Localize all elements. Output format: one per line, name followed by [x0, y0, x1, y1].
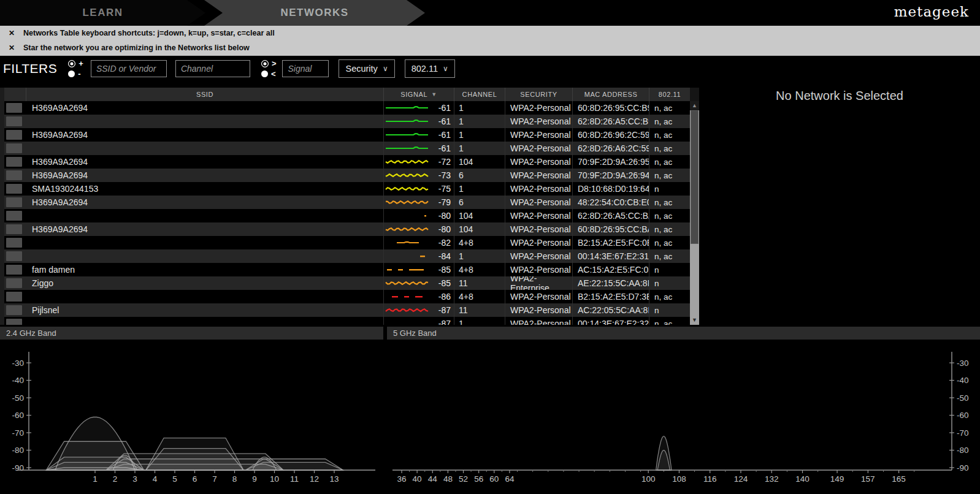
network-row[interactable]: -871WPA2-Personal00:14:3E:67:E2:32n, ac — [4, 317, 690, 325]
signal-filter-input[interactable] — [282, 60, 329, 77]
star-checkbox[interactable] — [6, 305, 22, 315]
dot11-cell: n, ac — [649, 290, 690, 303]
tab-networks-label: NETWORKS — [280, 7, 348, 19]
column-header-ssid[interactable]: SSID — [26, 88, 383, 101]
channel-cell: 4+8 — [454, 236, 505, 249]
svg-text:52: 52 — [459, 474, 468, 484]
security-cell: WPA2-Personal — [505, 290, 572, 303]
column-header-security[interactable]: SECURITY — [505, 88, 572, 101]
ssid-cell — [26, 290, 383, 303]
network-row[interactable]: -824+8WPA2-PersonalB2:15:A2:E5:FC:0En, a… — [4, 236, 690, 249]
security-header-label: SECURITY — [520, 91, 557, 98]
tab-networks[interactable]: NETWORKS — [204, 0, 425, 26]
svg-text:-80: -80 — [957, 446, 969, 455]
star-checkbox[interactable] — [6, 143, 22, 153]
scrollbar-corner — [690, 88, 699, 101]
column-header-signal[interactable]: SIGNAL ▼ — [383, 88, 454, 101]
signal-cell: -80 — [383, 209, 454, 222]
dot11-cell: n, ac — [649, 209, 690, 222]
table-scrollbar[interactable]: ▲ ▼ — [690, 88, 699, 325]
star-checkbox[interactable] — [6, 238, 22, 248]
greater-than-radio[interactable] — [261, 60, 269, 67]
dot11-cell: n, ac — [649, 317, 690, 325]
star-checkbox[interactable] — [6, 265, 22, 275]
star-checkbox[interactable] — [6, 319, 22, 325]
dot11-cell: n, ac — [649, 142, 690, 155]
network-row[interactable]: -80104WPA2-Personal62:8D:26:A5:CC:BAn, a… — [4, 209, 690, 222]
star-checkbox[interactable] — [6, 130, 22, 140]
network-row[interactable]: -611WPA2-Personal62:8D:26:A5:CC:B9n, ac — [4, 115, 690, 128]
ssid-cell: H369A9A2694 — [26, 101, 383, 115]
column-header-mac[interactable]: MAC ADDRESS — [572, 88, 649, 101]
network-row[interactable]: fam damen-854+8WPA2-PersonalAC:15:A2:E5:… — [4, 263, 690, 276]
signal-cell: -72 — [383, 155, 454, 169]
column-header-80211[interactable]: 802.11 — [649, 88, 690, 101]
security-filter-dropdown[interactable]: Security ∨ — [339, 59, 394, 78]
channel-cell: 104 — [454, 209, 505, 222]
scroll-down-icon[interactable]: ▼ — [690, 316, 699, 325]
signal-sparkline — [385, 156, 432, 167]
network-row[interactable]: H369A9A2694-611WPA2-Personal60:8D:26:96:… — [4, 128, 690, 142]
star-checkbox[interactable] — [6, 251, 22, 261]
svg-text:3: 3 — [132, 474, 137, 484]
svg-text:44: 44 — [428, 474, 438, 484]
ssid-cell: H369A9A2694 — [26, 169, 383, 182]
signal-sparkline — [385, 183, 432, 194]
svg-text:7: 7 — [212, 474, 217, 484]
mac-address-cell: 62:8D:26:A5:CC:BA — [572, 209, 649, 222]
security-cell: WPA2-Personal — [505, 169, 572, 182]
scrollbar-thumb[interactable] — [691, 110, 699, 244]
svg-text:-70: -70 — [957, 428, 969, 438]
network-row[interactable]: -841WPA2-Personal00:14:3E:67:E2:31n, ac — [4, 249, 690, 263]
star-checkbox[interactable] — [6, 184, 22, 194]
network-row[interactable]: H369A9A2694-796WPA2-Personal48:22:54:C0:… — [4, 196, 690, 209]
include-radio[interactable] — [68, 60, 75, 67]
network-row[interactable]: -611WPA2-Personal62:8D:26:A6:2C:59n, ac — [4, 142, 690, 155]
tab-learn[interactable]: LEARN — [0, 0, 205, 26]
svg-text:-40: -40 — [12, 376, 24, 385]
mac-address-cell: 00:14:3E:67:E2:32 — [572, 317, 649, 325]
exclude-radio[interactable] — [68, 70, 75, 77]
channel-filter-input[interactable] — [175, 60, 250, 77]
network-row[interactable]: SMA1930244153-751WPA2-PersonalD8:10:68:D… — [4, 182, 690, 196]
star-checkbox[interactable] — [6, 278, 22, 288]
star-checkbox[interactable] — [6, 116, 22, 126]
network-row[interactable]: Ziggo-8511WPA2-EnterpriseAE:22:15:5C:AA:… — [4, 276, 690, 290]
network-row[interactable]: H369A9A2694-611WPA2-Personal60:8D:26:95:… — [4, 101, 690, 115]
mac-address-cell: 60:8D:26:95:CC:B9 — [572, 101, 649, 115]
star-checkbox[interactable] — [6, 157, 22, 167]
mac-address-cell: D8:10:68:D0:19:64 — [572, 182, 649, 196]
network-row[interactable]: H369A9A2694-72104WPA2-Personal70:9F:2D:9… — [4, 155, 690, 169]
ssid-cell — [26, 236, 383, 249]
network-row[interactable]: H369A9A2694-80104WPA2-Personal60:8D:26:9… — [4, 222, 690, 236]
dot11-cell: n — [649, 182, 690, 196]
channel-cell: 1 — [454, 128, 505, 142]
network-detail-panel: No Network is Selected — [699, 88, 980, 325]
scroll-up-icon[interactable]: ▲ — [690, 101, 699, 110]
svg-text:-80: -80 — [12, 446, 24, 455]
star-checkbox[interactable] — [6, 197, 22, 207]
security-cell: WPA2-Personal — [505, 303, 572, 317]
star-checkbox[interactable] — [6, 292, 22, 302]
star-checkbox[interactable] — [6, 211, 22, 221]
ssid-filter-input[interactable] — [91, 60, 167, 77]
column-header-channel[interactable]: CHANNEL — [454, 88, 505, 101]
dot11-filter-dropdown[interactable]: 802.11 ∨ — [405, 59, 455, 78]
network-row[interactable]: H369A9A2694-736WPA2-Personal70:9F:2D:9A:… — [4, 169, 690, 182]
star-checkbox[interactable] — [6, 103, 22, 113]
channel-cell: 1 — [454, 142, 505, 155]
chevron-down-icon: ∨ — [443, 64, 448, 73]
mac-address-cell: 70:9F:2D:9A:26:94 — [572, 169, 649, 182]
close-icon[interactable]: ✕ — [9, 29, 18, 37]
svg-text:157: 157 — [861, 474, 875, 484]
star-checkbox[interactable] — [6, 170, 22, 180]
ssid-header-label: SSID — [196, 91, 213, 98]
banner-star-hint: ✕ Star the network you are optimizing in… — [0, 40, 980, 55]
mac-address-cell: B2:15:A2:E5:FC:0E — [572, 236, 649, 249]
close-icon[interactable]: ✕ — [9, 44, 18, 52]
network-row[interactable]: -864+8WPA2-PersonalB2:15:A2:E5:D7:3En, a… — [4, 290, 690, 303]
svg-text:36: 36 — [397, 474, 406, 484]
network-row[interactable]: Pijlsnel-8711WPA2-PersonalAC:22:05:5C:AA… — [4, 303, 690, 317]
star-checkbox[interactable] — [6, 224, 22, 234]
less-than-radio[interactable] — [261, 70, 268, 77]
